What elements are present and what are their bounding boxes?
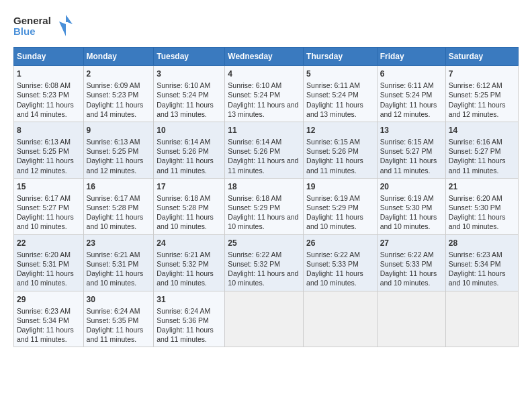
day-number: 10 xyxy=(157,125,222,136)
day-number: 18 xyxy=(228,181,300,192)
header: General Blue xyxy=(13,12,519,39)
day-number: 25 xyxy=(228,238,300,248)
col-thursday: Thursday xyxy=(304,48,378,66)
page: General Blue Sunday Monday Tuesday Wedne… xyxy=(0,0,532,411)
day-number: 30 xyxy=(87,294,151,305)
table-row: 29Sunrise: 6:23 AMSunset: 5:34 PMDayligh… xyxy=(14,291,519,347)
day-number: 11 xyxy=(228,125,300,136)
table-cell: 20Sunrise: 6:19 AMSunset: 5:30 PMDayligh… xyxy=(377,178,445,234)
day-number: 31 xyxy=(157,294,222,305)
day-number: 19 xyxy=(306,181,374,192)
table-cell: 5Sunrise: 6:11 AMSunset: 5:24 PMDaylight… xyxy=(304,66,378,122)
table-row: 15Sunrise: 6:17 AMSunset: 5:27 PMDayligh… xyxy=(14,178,519,234)
table-cell: 14Sunrise: 6:16 AMSunset: 5:27 PMDayligh… xyxy=(445,122,518,178)
col-saturday: Saturday xyxy=(445,48,518,66)
table-cell: 23Sunrise: 6:21 AMSunset: 5:31 PMDayligh… xyxy=(83,234,154,291)
day-number: 3 xyxy=(157,68,222,79)
col-friday: Friday xyxy=(377,48,445,66)
svg-marker-2 xyxy=(59,15,73,36)
day-number: 23 xyxy=(87,238,151,248)
day-number: 17 xyxy=(157,181,222,192)
table-cell: 30Sunrise: 6:24 AMSunset: 5:35 PMDayligh… xyxy=(83,291,154,347)
table-cell: 16Sunrise: 6:17 AMSunset: 5:28 PMDayligh… xyxy=(83,178,154,234)
table-row: 8Sunrise: 6:13 AMSunset: 5:25 PMDaylight… xyxy=(14,122,519,178)
table-cell: 18Sunrise: 6:18 AMSunset: 5:29 PMDayligh… xyxy=(225,178,304,234)
day-number: 13 xyxy=(380,125,443,136)
day-number: 7 xyxy=(449,68,515,79)
table-cell: 26Sunrise: 6:22 AMSunset: 5:33 PMDayligh… xyxy=(304,234,378,291)
table-cell: 4Sunrise: 6:10 AMSunset: 5:24 PMDaylight… xyxy=(225,66,304,122)
table-cell: 13Sunrise: 6:15 AMSunset: 5:27 PMDayligh… xyxy=(377,122,445,178)
table-cell: 8Sunrise: 6:13 AMSunset: 5:25 PMDaylight… xyxy=(14,122,84,178)
col-wednesday: Wednesday xyxy=(225,48,304,66)
table-cell: 3Sunrise: 6:10 AMSunset: 5:24 PMDaylight… xyxy=(154,66,225,122)
table-cell: 7Sunrise: 6:12 AMSunset: 5:25 PMDaylight… xyxy=(445,66,518,122)
day-number: 12 xyxy=(306,125,374,136)
day-number: 5 xyxy=(306,68,374,79)
table-row: 1Sunrise: 6:08 AMSunset: 5:23 PMDaylight… xyxy=(14,66,519,122)
day-number: 9 xyxy=(87,125,151,136)
table-cell: 24Sunrise: 6:21 AMSunset: 5:32 PMDayligh… xyxy=(154,234,225,291)
day-number: 2 xyxy=(87,68,151,79)
table-row: 22Sunrise: 6:20 AMSunset: 5:31 PMDayligh… xyxy=(14,234,519,291)
day-number: 29 xyxy=(17,294,81,305)
day-number: 15 xyxy=(17,181,81,192)
table-cell xyxy=(304,291,378,347)
day-number: 21 xyxy=(449,181,515,192)
calendar-table: Sunday Monday Tuesday Wednesday Thursday… xyxy=(13,47,519,347)
table-cell: 15Sunrise: 6:17 AMSunset: 5:27 PMDayligh… xyxy=(14,178,84,234)
table-cell: 2Sunrise: 6:09 AMSunset: 5:23 PMDaylight… xyxy=(83,66,154,122)
day-number: 4 xyxy=(228,68,300,79)
day-number: 24 xyxy=(157,238,222,248)
day-number: 28 xyxy=(449,238,515,248)
calendar-body: 1Sunrise: 6:08 AMSunset: 5:23 PMDaylight… xyxy=(14,66,519,347)
table-cell: 25Sunrise: 6:22 AMSunset: 5:32 PMDayligh… xyxy=(225,234,304,291)
table-cell: 6Sunrise: 6:11 AMSunset: 5:24 PMDaylight… xyxy=(377,66,445,122)
calendar-header: Sunday Monday Tuesday Wednesday Thursday… xyxy=(14,48,519,66)
day-number: 1 xyxy=(17,68,81,79)
table-cell: 22Sunrise: 6:20 AMSunset: 5:31 PMDayligh… xyxy=(14,234,84,291)
header-row: Sunday Monday Tuesday Wednesday Thursday… xyxy=(14,48,519,66)
table-cell xyxy=(445,291,518,347)
day-number: 16 xyxy=(87,181,151,192)
day-number: 22 xyxy=(17,238,81,248)
col-monday: Monday xyxy=(83,48,154,66)
day-number: 14 xyxy=(449,125,515,136)
day-number: 8 xyxy=(17,125,81,136)
day-number: 20 xyxy=(380,181,443,192)
table-cell: 10Sunrise: 6:14 AMSunset: 5:26 PMDayligh… xyxy=(154,122,225,178)
table-cell: 9Sunrise: 6:13 AMSunset: 5:25 PMDaylight… xyxy=(83,122,154,178)
col-tuesday: Tuesday xyxy=(154,48,225,66)
table-cell: 11Sunrise: 6:14 AMSunset: 5:26 PMDayligh… xyxy=(225,122,304,178)
day-number: 27 xyxy=(380,238,443,248)
table-cell: 31Sunrise: 6:24 AMSunset: 5:36 PMDayligh… xyxy=(154,291,225,347)
table-cell: 21Sunrise: 6:20 AMSunset: 5:30 PMDayligh… xyxy=(445,178,518,234)
table-cell: 17Sunrise: 6:18 AMSunset: 5:28 PMDayligh… xyxy=(154,178,225,234)
col-sunday: Sunday xyxy=(14,48,84,66)
table-cell: 27Sunrise: 6:22 AMSunset: 5:33 PMDayligh… xyxy=(377,234,445,291)
svg-text:General: General xyxy=(13,15,51,26)
logo-svg: General Blue xyxy=(13,12,74,39)
table-cell xyxy=(377,291,445,347)
table-cell: 19Sunrise: 6:19 AMSunset: 5:29 PMDayligh… xyxy=(304,178,378,234)
svg-text:Blue: Blue xyxy=(13,26,36,37)
table-cell: 12Sunrise: 6:15 AMSunset: 5:26 PMDayligh… xyxy=(304,122,378,178)
table-cell xyxy=(225,291,304,347)
table-cell: 29Sunrise: 6:23 AMSunset: 5:34 PMDayligh… xyxy=(14,291,84,347)
logo: General Blue xyxy=(13,12,74,39)
table-cell: 1Sunrise: 6:08 AMSunset: 5:23 PMDaylight… xyxy=(14,66,84,122)
day-number: 6 xyxy=(380,68,443,79)
table-cell: 28Sunrise: 6:23 AMSunset: 5:34 PMDayligh… xyxy=(445,234,518,291)
day-number: 26 xyxy=(306,238,374,248)
